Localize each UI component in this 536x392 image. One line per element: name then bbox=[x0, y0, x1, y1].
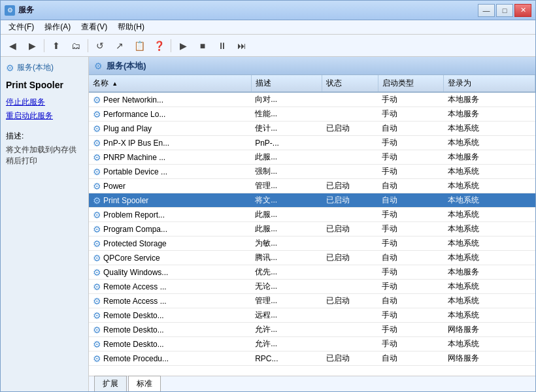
service-desc-cell: 无论... bbox=[251, 280, 322, 294]
service-desc-cell: 向对... bbox=[251, 92, 322, 107]
minimize-button[interactable]: — bbox=[478, 4, 495, 17]
up-button[interactable]: ⬆ bbox=[47, 37, 65, 54]
service-icon: ⚙ bbox=[93, 267, 101, 278]
desc-text: 将文件加载到内存供稍后打印 bbox=[6, 144, 83, 167]
title-buttons: — □ ✕ bbox=[478, 4, 531, 17]
service-name-cell: ⚙Portable Device ... bbox=[89, 165, 251, 179]
service-status-cell: 已启动 bbox=[322, 179, 378, 193]
service-startup-cell: 手动 bbox=[378, 136, 444, 150]
service-name-cell: ⚙Protected Storage bbox=[89, 237, 251, 251]
tab-extend[interactable]: 扩展 bbox=[94, 376, 127, 391]
service-name-cell: ⚙Problem Report... bbox=[89, 208, 251, 222]
col-desc[interactable]: 描述 bbox=[251, 75, 322, 92]
bottom-tabs: 扩展 标准 bbox=[89, 376, 535, 391]
table-row[interactable]: ⚙Remote Deskto...允许...手动本地系统 bbox=[89, 337, 535, 351]
properties-button[interactable]: 📋 bbox=[130, 37, 148, 54]
services-list: ⚙Peer Networkin...向对...手动本地服务⚙Performanc… bbox=[89, 92, 535, 366]
forward-button[interactable]: ▶ bbox=[23, 37, 41, 54]
service-name-cell: ⚙QPCore Service bbox=[89, 251, 251, 265]
back-button[interactable]: ◀ bbox=[3, 37, 22, 54]
service-status-cell bbox=[322, 92, 378, 107]
table-row[interactable]: ⚙Protected Storage为敏...手动本地系统 bbox=[89, 237, 535, 251]
table-row[interactable]: ⚙QPCore Service腾讯...已启动自动本地系统 bbox=[89, 251, 535, 265]
table-row[interactable]: ⚙Peer Networkin...向对...手动本地服务 bbox=[89, 92, 535, 107]
service-desc-cell: 管理... bbox=[251, 179, 322, 193]
table-row[interactable]: ⚙Program Compa...此服...已启动手动本地系统 bbox=[89, 222, 535, 237]
menu-file[interactable]: 文件(F) bbox=[3, 20, 39, 34]
table-row[interactable]: ⚙Remote Deskto...远程...手动本地系统 bbox=[89, 308, 535, 323]
service-name: Program Compa... bbox=[103, 225, 167, 234]
restart-service-link[interactable]: 重启动此服务 bbox=[6, 110, 83, 122]
table-row[interactable]: ⚙Remote Access ...无论...手动本地系统 bbox=[89, 280, 535, 294]
service-desc-cell: 允许... bbox=[251, 337, 322, 351]
refresh-button[interactable]: ↺ bbox=[91, 37, 109, 54]
menu-bar: 文件(F) 操作(A) 查看(V) 帮助(H) bbox=[1, 20, 535, 35]
services-table-container[interactable]: 名称 ▲ 描述 状态 启动类型 登录为 ⚙Peer Networkin...向对… bbox=[89, 75, 535, 376]
col-login[interactable]: 登录为 bbox=[444, 75, 535, 92]
stop-service-button[interactable]: ■ bbox=[193, 37, 212, 54]
menu-help[interactable]: 帮助(H) bbox=[112, 20, 150, 34]
service-name-cell: ⚙Remote Procedu... bbox=[89, 351, 251, 366]
desc-label: 描述: bbox=[6, 131, 83, 142]
col-name[interactable]: 名称 ▲ bbox=[89, 75, 251, 92]
service-desc-cell: 优先... bbox=[251, 265, 322, 280]
menu-view[interactable]: 查看(V) bbox=[76, 20, 112, 34]
show-hide-button[interactable]: 🗂 bbox=[67, 37, 85, 54]
service-name: Plug and Play bbox=[103, 124, 152, 133]
service-login-cell: 本地服务 bbox=[444, 150, 535, 165]
service-name-cell: ⚙Power bbox=[89, 179, 251, 193]
table-row[interactable]: ⚙Plug and Play使计...已启动自动本地系统 bbox=[89, 122, 535, 136]
restart-service-button[interactable]: ⏭ bbox=[233, 37, 251, 54]
service-name-cell: ⚙Performance Lo... bbox=[89, 107, 251, 122]
service-icon: ⚙ bbox=[93, 238, 101, 249]
service-login-cell: 本地系统 bbox=[444, 280, 535, 294]
service-icon: ⚙ bbox=[93, 224, 101, 235]
start-service-button[interactable]: ▶ bbox=[174, 37, 192, 54]
col-startup[interactable]: 启动类型 bbox=[378, 75, 444, 92]
content-header-text: 服务(本地) bbox=[107, 60, 146, 72]
selected-service-name: Print Spooler bbox=[6, 80, 83, 90]
service-name: QPCore Service bbox=[103, 253, 160, 263]
service-status-cell: 已启动 bbox=[322, 351, 378, 366]
table-row[interactable]: ⚙Performance Lo...性能...手动本地服务 bbox=[89, 107, 535, 122]
service-status-cell: 已启动 bbox=[322, 294, 378, 308]
export-button[interactable]: ↗ bbox=[110, 37, 129, 54]
service-login-cell: 本地系统 bbox=[444, 222, 535, 237]
service-login-cell: 本地系统 bbox=[444, 136, 535, 150]
table-row[interactable]: ⚙PNRP Machine ...此服...手动本地服务 bbox=[89, 150, 535, 165]
main-window: ⚙ 服务 — □ ✕ 文件(F) 操作(A) 查看(V) 帮助(H) ◀ ▶ ⬆… bbox=[0, 0, 536, 392]
service-desc-cell: 允许... bbox=[251, 323, 322, 337]
maximize-button[interactable]: □ bbox=[496, 4, 513, 17]
toolbar-sep-2 bbox=[88, 39, 88, 52]
help-btn[interactable]: ❓ bbox=[150, 37, 168, 54]
table-row[interactable]: ⚙Quality Windows...优先...手动本地服务 bbox=[89, 265, 535, 280]
service-desc-cell: RPC... bbox=[251, 351, 322, 366]
table-row[interactable]: ⚙Print Spooler将文...已启动自动本地系统 bbox=[89, 193, 535, 208]
service-status-cell bbox=[322, 107, 378, 122]
table-row[interactable]: ⚙Remote Deskto...允许...手动网络服务 bbox=[89, 323, 535, 337]
service-name: Performance Lo... bbox=[103, 110, 165, 119]
table-row[interactable]: ⚙Problem Report...此服...手动本地系统 bbox=[89, 208, 535, 222]
pause-service-button[interactable]: ⏸ bbox=[213, 37, 231, 54]
service-desc-cell: 性能... bbox=[251, 107, 322, 122]
service-name: Portable Device ... bbox=[103, 167, 167, 176]
service-login-cell: 本地服务 bbox=[444, 92, 535, 107]
service-startup-cell: 自动 bbox=[378, 122, 444, 136]
stop-service-link[interactable]: 停止此服务 bbox=[6, 97, 83, 108]
service-startup-cell: 自动 bbox=[378, 294, 444, 308]
table-row[interactable]: ⚙Portable Device ...强制...手动本地系统 bbox=[89, 165, 535, 179]
table-row[interactable]: ⚙Remote Access ...管理...已启动自动本地系统 bbox=[89, 294, 535, 308]
menu-action[interactable]: 操作(A) bbox=[39, 20, 76, 34]
service-name-cell: ⚙PnP-X IP Bus En... bbox=[89, 136, 251, 150]
tab-standard[interactable]: 标准 bbox=[128, 376, 161, 391]
service-icon: ⚙ bbox=[93, 296, 101, 306]
service-name: Problem Report... bbox=[103, 210, 165, 220]
service-status-cell bbox=[322, 265, 378, 280]
close-button[interactable]: ✕ bbox=[514, 4, 531, 17]
table-row[interactable]: ⚙Remote Procedu...RPC...已启动自动网络服务 bbox=[89, 351, 535, 366]
col-status[interactable]: 状态 bbox=[322, 75, 378, 92]
service-name-cell: ⚙Plug and Play bbox=[89, 122, 251, 136]
table-row[interactable]: ⚙Power管理...已启动自动本地系统 bbox=[89, 179, 535, 193]
table-row[interactable]: ⚙PnP-X IP Bus En...PnP-...手动本地系统 bbox=[89, 136, 535, 150]
service-icon: ⚙ bbox=[93, 195, 101, 206]
